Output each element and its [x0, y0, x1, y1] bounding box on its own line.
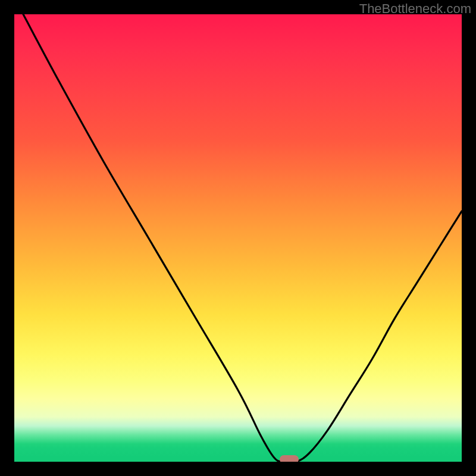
- optimal-marker: [280, 455, 299, 462]
- chart-container: TheBottleneck.com: [0, 0, 476, 476]
- plot-area: [14, 14, 462, 462]
- bottleneck-curve: [23, 14, 462, 462]
- curve-svg: [14, 14, 462, 462]
- watermark-text: TheBottleneck.com: [359, 1, 471, 17]
